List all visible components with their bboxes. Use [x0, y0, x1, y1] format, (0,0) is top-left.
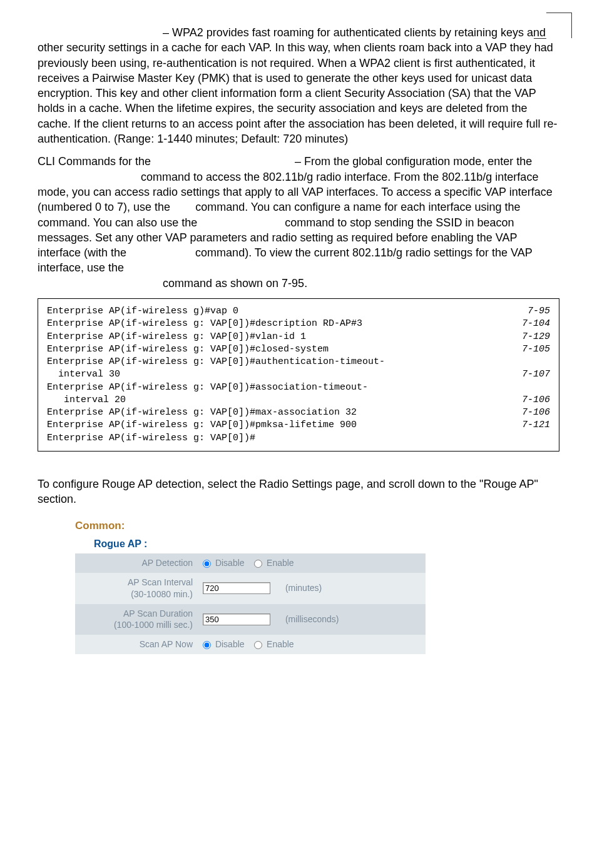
cli-ref: 7-107	[509, 368, 550, 381]
cli-line: Enterprise AP(if-wireless g)#vap 0	[47, 305, 238, 318]
rogue-ap-heading: Rogue AP :	[94, 537, 426, 551]
cli-line: Enterprise AP(if-wireless g: VAP[0])#max…	[47, 406, 357, 419]
scan-ap-now-enable-radio[interactable]	[254, 641, 262, 649]
rogue-ap-panel: Common: Rogue AP : AP Detection Disable …	[75, 519, 426, 654]
ap-detection-enable-radio[interactable]	[254, 560, 262, 568]
common-heading: Common:	[75, 519, 426, 533]
paragraph-rogue-config: To configure Rouge AP detection, select …	[38, 477, 559, 507]
milliseconds-unit: (milliseconds)	[285, 614, 339, 624]
cli-ref: 7-104	[509, 318, 550, 330]
cli-line: Enterprise AP(if-wireless g: VAP[0])#pmk…	[47, 419, 357, 431]
cli-line: Enterprise AP(if-wireless g: VAP[0])#ass…	[47, 381, 368, 394]
cli-ref	[538, 432, 550, 445]
minutes-unit: (minutes)	[285, 583, 322, 593]
cli-ref	[538, 356, 550, 368]
rogue-ap-form: AP Detection Disable Enable AP Scan Inte…	[75, 553, 426, 654]
cli-ref: 7-106	[509, 394, 550, 406]
ap-detection-disable[interactable]: Disable	[203, 558, 245, 568]
scan-ap-now-label: Scan AP Now	[75, 635, 198, 654]
cli-ref: 7-95	[515, 305, 550, 318]
scan-ap-now-enable[interactable]: Enable	[254, 639, 293, 649]
cli-ref: 7-129	[509, 331, 550, 343]
cli-ref: 7-121	[509, 419, 550, 431]
cli-line: Enterprise AP(if-wireless g: VAP[0])#aut…	[47, 356, 385, 368]
cli-ref: 7-106	[509, 406, 550, 419]
paragraph-pmk: – WPA2 provides fast roaming for authent…	[38, 25, 559, 146]
cli-line: interval 20	[47, 394, 126, 406]
cli-line: interval 30	[47, 368, 120, 381]
scan-ap-now-disable-radio[interactable]	[203, 641, 211, 649]
paragraph-cli-commands: CLI Commands for the – From the global c…	[38, 154, 559, 291]
cli-ref: 7-105	[509, 343, 550, 356]
cli-output-box: Enterprise AP(if-wireless g)#vap 07-95 E…	[38, 298, 559, 452]
ap-detection-label: AP Detection	[75, 553, 198, 573]
cli-line: Enterprise AP(if-wireless g: VAP[0])#vla…	[47, 331, 306, 343]
ap-scan-duration-input[interactable]	[203, 613, 270, 625]
ap-scan-duration-label: AP Scan Duration(100-1000 milli sec.)	[75, 604, 198, 635]
page-corner	[546, 13, 572, 38]
ap-scan-interval-label: AP Scan Interval(30-10080 min.)	[75, 573, 198, 604]
cli-line: Enterprise AP(if-wireless g: VAP[0])#des…	[47, 318, 362, 330]
cli-line: Enterprise AP(if-wireless g: VAP[0])#clo…	[47, 343, 329, 356]
ap-detection-enable[interactable]: Enable	[254, 558, 293, 568]
scan-ap-now-disable[interactable]: Disable	[203, 639, 245, 649]
ap-detection-disable-radio[interactable]	[203, 560, 211, 568]
cli-ref	[538, 381, 550, 394]
ap-scan-interval-input[interactable]	[203, 582, 270, 594]
cli-line: Enterprise AP(if-wireless g: VAP[0])#	[47, 432, 255, 445]
